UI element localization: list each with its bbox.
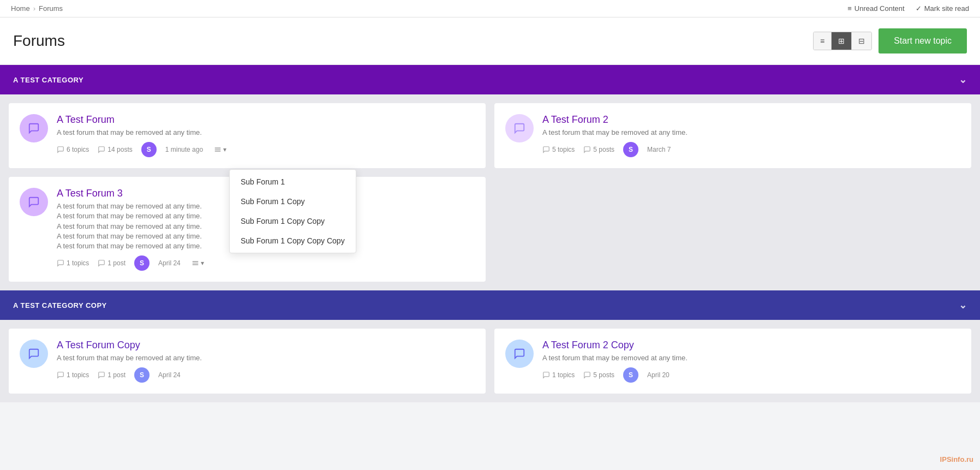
- forum-1-content: A Test Forum A test forum that may be re…: [57, 114, 475, 157]
- forum-copy2-content: A Test Forum 2 Copy A test forum that ma…: [542, 340, 960, 383]
- forum-2-content: A Test Forum 2 A test forum that may be …: [542, 114, 960, 157]
- unread-content-icon: ≡: [847, 4, 852, 13]
- forum-2-name[interactable]: A Test Forum 2: [542, 114, 960, 126]
- forum-copy1-icon: [20, 340, 48, 368]
- forum-2-desc: A test forum that may be removed at any …: [542, 128, 960, 138]
- breadcrumb: Home › Forums: [11, 4, 63, 13]
- mark-site-read-icon: ✓: [916, 4, 922, 13]
- category-2-chevron: ⌄: [959, 299, 967, 311]
- breadcrumb-sep1: ›: [33, 4, 35, 13]
- forum-copy2-posts: 5 posts: [583, 371, 614, 379]
- forum-1-avatar: S: [141, 142, 157, 157]
- header-controls: ≡ ⊞ ⊟ Start new topic: [813, 28, 967, 53]
- view-grid-btn[interactable]: ⊞: [832, 32, 852, 50]
- forum-2-time: March 7: [647, 146, 671, 153]
- page-header: Forums ≡ ⊞ ⊟ Start new topic: [0, 17, 980, 65]
- forum-3-meta: 1 topics 1 post S April 24 ▾: [57, 255, 475, 271]
- category-1-header[interactable]: A TEST CATEGORY ⌄: [0, 65, 980, 94]
- top-bar-right: ≡ Unread Content ✓ Mark site read: [847, 4, 969, 13]
- forum-copy1-desc: A test forum that may be removed at any …: [57, 353, 475, 363]
- page-title: Forums: [13, 32, 65, 50]
- forum-copy1-content: A Test Forum Copy A test forum that may …: [57, 340, 475, 383]
- forum-1-desc: A test forum that may be removed at any …: [57, 128, 475, 138]
- category-2-grid: A Test Forum Copy A test forum that may …: [0, 320, 980, 402]
- forum-1-subforum-btn[interactable]: ▾: [212, 145, 229, 154]
- breadcrumb-home[interactable]: Home: [11, 4, 30, 13]
- forum-1-topics: 6 topics: [57, 146, 89, 153]
- forum-copy1-name[interactable]: A Test Forum Copy: [57, 340, 475, 351]
- unread-content-label: Unread Content: [854, 4, 905, 13]
- view-table-btn[interactable]: ⊟: [852, 32, 871, 50]
- top-bar: Home › Forums ≡ Unread Content ✓ Mark si…: [0, 0, 980, 17]
- forum-2-topics: 5 topics: [542, 146, 575, 153]
- dropdown-item-3[interactable]: Sub Forum 1 Copy Copy: [230, 211, 356, 231]
- forum-3-subforum-btn[interactable]: ▾: [189, 258, 206, 268]
- main-content: A TEST CATEGORY ⌄ A Test Forum A test fo…: [0, 65, 980, 402]
- dropdown-item-1[interactable]: Sub Forum 1: [230, 172, 356, 192]
- forum-copy2-topics: 1 topics: [542, 371, 575, 379]
- mark-site-read-label: Mark site read: [924, 4, 969, 13]
- forum-copy2-icon: [505, 340, 534, 368]
- forum-2-avatar: S: [623, 142, 638, 157]
- forum-copy2-avatar: S: [623, 367, 638, 383]
- forum-card-1: A Test Forum A test forum that may be re…: [9, 103, 486, 168]
- forum-copy-card-1: A Test Forum Copy A test forum that may …: [9, 329, 486, 394]
- forum-copy2-posts-count: 5 posts: [593, 371, 614, 379]
- forum-3-time: April 24: [158, 259, 181, 267]
- forum-copy2-meta: 1 topics 5 posts S April 20: [542, 367, 960, 383]
- category-1: A TEST CATEGORY ⌄ A Test Forum A test fo…: [0, 65, 980, 290]
- forum-1-meta: 6 topics 14 posts S 1 minute ago ▾: [57, 142, 475, 157]
- forum-2-meta: 5 topics 5 posts S March 7: [542, 142, 960, 157]
- category-2-header[interactable]: A TEST CATEGORY COPY ⌄: [0, 290, 980, 320]
- dropdown-item-4[interactable]: Sub Forum 1 Copy Copy Copy: [230, 231, 356, 251]
- forum-3-topics-count: 1 topics: [67, 259, 89, 267]
- forum-copy2-time: April 20: [647, 371, 670, 379]
- subforum-3-chevron-icon: ▾: [201, 259, 204, 267]
- forum-3-avatar: S: [134, 255, 150, 271]
- breadcrumb-forums: Forums: [39, 4, 63, 13]
- view-toggle: ≡ ⊞ ⊟: [813, 32, 872, 50]
- forum-1-topics-count: 6 topics: [67, 146, 89, 153]
- category-1-chevron: ⌄: [959, 74, 967, 86]
- forum-copy2-topics-count: 1 topics: [552, 371, 575, 379]
- forum-copy1-time: April 24: [158, 371, 181, 379]
- forum-2-posts-count: 5 posts: [593, 146, 614, 153]
- start-new-topic-button[interactable]: Start new topic: [879, 28, 967, 53]
- subforum-chevron-icon: ▾: [223, 146, 226, 153]
- view-list-btn[interactable]: ≡: [814, 32, 832, 50]
- forum-1-icon: [20, 114, 48, 142]
- dropdown-item-2[interactable]: Sub Forum 1 Copy: [230, 192, 356, 211]
- forum-copy2-name[interactable]: A Test Forum 2 Copy: [542, 340, 960, 351]
- forum-3-posts-count: 1 post: [107, 259, 126, 267]
- category-2: A TEST CATEGORY COPY ⌄ A Test Forum Copy…: [0, 290, 980, 402]
- forum-copy1-meta: 1 topics 1 post S April 24: [57, 367, 475, 383]
- category-1-grid: A Test Forum A test forum that may be re…: [0, 94, 980, 290]
- subforum-dropdown: Sub Forum 1 Sub Forum 1 Copy Sub Forum 1…: [229, 169, 356, 253]
- forum-copy-card-2: A Test Forum 2 Copy A test forum that ma…: [494, 329, 971, 394]
- forum-copy2-desc: A test forum that may be removed at any …: [542, 353, 960, 363]
- forum-card-2: A Test Forum 2 A test forum that may be …: [494, 103, 971, 168]
- forum-3-topics: 1 topics: [57, 259, 89, 267]
- forum-2-icon: [505, 114, 534, 142]
- forum-copy1-avatar: S: [134, 367, 150, 383]
- unread-content-btn[interactable]: ≡ Unread Content: [847, 4, 904, 13]
- forum-1-posts-count: 14 posts: [107, 146, 132, 153]
- category-1-name: A TEST CATEGORY: [13, 76, 83, 84]
- forum-copy1-posts: 1 post: [98, 371, 126, 379]
- forum-2-topics-count: 5 topics: [552, 146, 575, 153]
- mark-site-read-btn[interactable]: ✓ Mark site read: [916, 4, 969, 13]
- category-2-name: A TEST CATEGORY COPY: [13, 301, 107, 310]
- forum-copy1-posts-count: 1 post: [107, 371, 126, 379]
- forum-2-posts: 5 posts: [583, 146, 614, 153]
- forum-1-posts: 14 posts: [98, 146, 132, 153]
- forum-3-icon: [20, 188, 48, 216]
- forum-1-name[interactable]: A Test Forum: [57, 114, 475, 126]
- forum-1-time: 1 minute ago: [165, 146, 203, 153]
- forum-copy1-topics: 1 topics: [57, 371, 89, 379]
- forum-copy1-topics-count: 1 topics: [67, 371, 89, 379]
- forum-3-posts: 1 post: [98, 259, 126, 267]
